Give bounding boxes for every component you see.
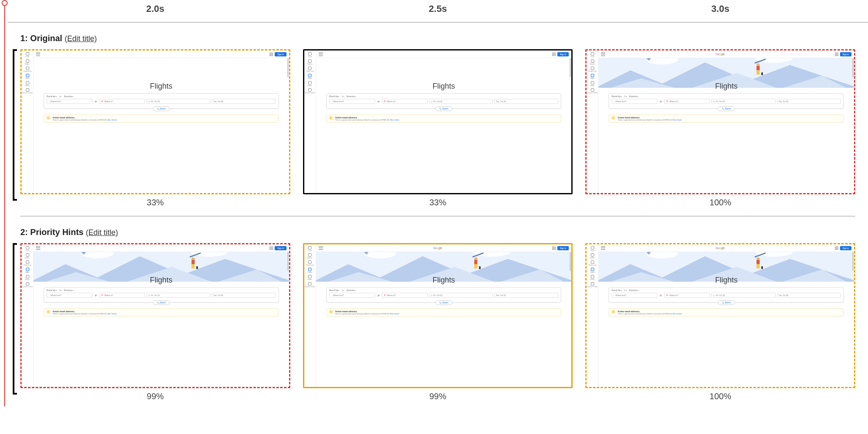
advisory-more-link: More details <box>390 119 399 121</box>
advisory-desc: There's a government travel advisory rel… <box>53 119 117 121</box>
gf-sidebar: TravelExploreThings to doFlightsHotelsVa… <box>22 50 33 193</box>
sidebar-item: Hotels <box>590 81 595 87</box>
trip-type-select: Round trip <box>329 95 339 98</box>
screenshot-thumbnail[interactable]: TravelExploreThings to doFlightsHotelsVa… <box>303 49 573 194</box>
google-flights-mini: TravelExploreThings to doFlightsHotelsVa… <box>22 50 289 193</box>
destination-input: 📍Where to? <box>664 99 710 104</box>
google-logo: Google <box>433 246 442 249</box>
edit-title-link[interactable]: (Edit title) <box>86 228 118 237</box>
gf-search-card: Round trip 1 Economy ○Where from? ⇄ 📍Whe… <box>326 287 562 302</box>
sidebar-item: Flights <box>25 74 31 79</box>
frame-row: TravelExploreThings to doFlightsHotelsVa… <box>8 49 868 213</box>
gf-trip-options: Round trip 1 Economy <box>47 289 276 291</box>
destination-input: 📍Where to? <box>99 293 145 298</box>
hamburger-icon <box>36 246 40 250</box>
google-logo: Google <box>715 246 724 249</box>
gf-search-card: Round trip 1 Economy ○Where from? ⇄ 📍Whe… <box>609 93 844 109</box>
sidebar-item: Vacation rentals <box>590 282 595 288</box>
google-flights-mini: TravelExploreThings to doFlightsHotelsVa… <box>304 244 572 387</box>
scrollbar-thumb <box>287 252 289 271</box>
return-date-input: Tue, Oct 26 <box>211 99 275 104</box>
sidebar-item: Vacation rentals <box>25 88 31 94</box>
destination-input: 📍Where to? <box>99 99 145 104</box>
svg-rect-28 <box>757 260 760 264</box>
google-flights-mini: TravelExploreThings to doFlightsHotelsVa… <box>587 50 854 193</box>
cabin-class-select: Economy <box>64 95 73 98</box>
screenshot-thumbnail[interactable]: TravelExploreThings to doFlightsHotelsVa… <box>20 49 290 194</box>
apps-icon <box>835 53 838 56</box>
gf-topbar: Sign in <box>316 50 572 58</box>
destination-input: 📍Where to? <box>382 293 428 298</box>
destination-input: 📍Where to? <box>664 293 710 298</box>
screenshot-thumbnail[interactable]: TravelExploreThings to doFlightsHotelsVa… <box>585 49 855 194</box>
passengers-select: 1 <box>342 95 344 98</box>
google-flights-mini: TravelExploreThings to doFlightsHotelsVa… <box>587 244 854 387</box>
svg-rect-5 <box>757 70 760 75</box>
gf-topbar: Sign in <box>33 50 289 58</box>
travel-advisory: ! Active travel advisory There's a gover… <box>44 308 279 316</box>
return-date-input: Tue, Oct 26 <box>777 99 841 104</box>
apps-icon <box>552 53 556 56</box>
time-marker-2: 3.0s <box>585 3 855 14</box>
advisory-desc: There's a government travel advisory rel… <box>335 313 400 315</box>
warning-icon: ! <box>47 310 50 314</box>
cabin-class-select: Economy <box>64 289 73 291</box>
advisory-more-link: More details <box>673 313 682 315</box>
cabin-class-select: Economy <box>629 95 639 98</box>
svg-rect-23 <box>479 266 481 269</box>
sidebar-item: Things to do <box>590 67 595 72</box>
gf-trip-options: Round trip 1 Economy <box>612 289 841 291</box>
sidebar-item: Things to do <box>590 260 595 266</box>
advisory-more-link: More details <box>108 313 117 315</box>
row-label: 1: Original <box>20 34 64 43</box>
screenshot-thumbnail[interactable]: TravelExploreThings to doFlightsHotelsVa… <box>20 243 290 388</box>
swap-icon: ⇄ <box>94 293 98 298</box>
row-divider <box>20 216 855 216</box>
frame-cell: TravelExploreThings to doFlightsHotelsVa… <box>303 49 573 207</box>
sidebar-item: Travel <box>25 52 31 58</box>
search-button: 🔍 Search <box>153 106 170 111</box>
gf-page-title: Flights <box>316 82 572 91</box>
svg-rect-13 <box>192 264 195 269</box>
scrollbar-thumb <box>287 58 289 77</box>
gf-page-title: Flights <box>598 82 854 91</box>
time-header: 2.0s 2.5s 3.0s <box>8 0 868 22</box>
google-flights-mini: TravelExploreThings to doFlightsHotelsVa… <box>304 50 572 193</box>
sidebar-item: Travel <box>590 246 595 252</box>
sidebar-item: Explore <box>307 253 313 259</box>
cabin-class-select: Economy <box>629 289 639 291</box>
gf-sidebar: TravelExploreThings to doFlightsHotelsVa… <box>22 244 33 387</box>
travel-advisory: ! Active travel advisory There's a gover… <box>609 115 844 123</box>
time-marker-1: 2.5s <box>303 3 573 14</box>
search-button: 🔍 Search <box>435 300 452 305</box>
edit-title-link[interactable]: (Edit title) <box>64 34 97 43</box>
sidebar-item: Things to do <box>307 260 313 266</box>
gf-trip-options: Round trip 1 Economy <box>47 95 276 98</box>
sidebar-item: Flights <box>590 74 595 79</box>
sidebar-item: Travel <box>590 52 595 58</box>
hamburger-icon <box>601 246 605 250</box>
timeline-marker-dot <box>2 0 8 6</box>
sign-in-button: Sign in <box>840 246 851 250</box>
swap-icon: ⇄ <box>376 293 381 298</box>
sidebar-item: Explore <box>590 59 595 65</box>
sidebar-item: Hotels <box>25 275 31 280</box>
return-date-input: Tue, Oct 26 <box>777 293 841 298</box>
sidebar-item: Travel <box>307 52 313 58</box>
gf-sidebar: TravelExploreThings to doFlightsHotelsVa… <box>304 244 316 387</box>
gf-topbar: Google Sign in <box>598 50 854 58</box>
screenshot-thumbnail[interactable]: TravelExploreThings to doFlightsHotelsVa… <box>303 243 573 388</box>
gf-sidebar: TravelExploreThings to doFlightsHotelsVa… <box>304 50 316 193</box>
advisory-more-link: More details <box>673 119 682 121</box>
gf-trip-options: Round trip 1 Economy <box>329 289 559 291</box>
google-flights-mini: TravelExploreThings to doFlightsHotelsVa… <box>22 244 289 387</box>
warning-icon: ! <box>47 116 50 120</box>
travel-advisory: ! Active travel advisory There's a gover… <box>609 308 844 316</box>
scrollbar-thumb <box>570 252 571 271</box>
sidebar-item: Flights <box>307 268 313 273</box>
passengers-select: 1 <box>624 95 627 98</box>
apps-icon <box>270 246 273 250</box>
screenshot-thumbnail[interactable]: TravelExploreThings to doFlightsHotelsVa… <box>585 243 855 388</box>
visual-complete-pct: 33% <box>147 198 164 207</box>
sidebar-item: Hotels <box>307 275 313 280</box>
